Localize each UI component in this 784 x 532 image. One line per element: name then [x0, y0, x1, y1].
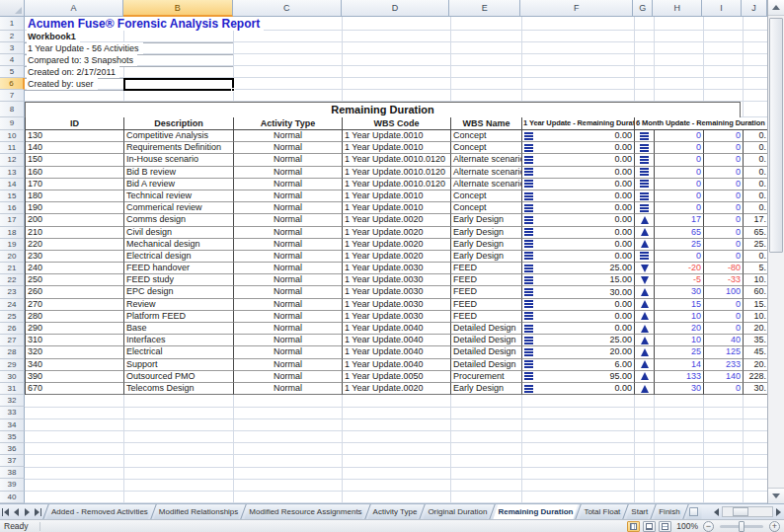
six-month-trend-cell[interactable]: [635, 251, 655, 263]
six-month-value3-cell[interactable]: 10.: [744, 311, 767, 323]
six-month-trend-cell[interactable]: [635, 286, 655, 298]
wbs-name-cell[interactable]: Early Design: [451, 239, 522, 251]
wbs-name-cell[interactable]: Concept: [451, 190, 522, 202]
row-header-22[interactable]: 22: [0, 274, 25, 286]
row-header-12[interactable]: 12: [0, 154, 25, 166]
six-month-trend-cell[interactable]: [635, 323, 655, 335]
six-month-value3-cell[interactable]: 35.: [744, 335, 767, 346]
activity-type-cell[interactable]: Normal: [234, 179, 343, 190]
six-month-value3-cell[interactable]: 10.: [744, 274, 767, 286]
six-month-trend-cell[interactable]: [635, 179, 655, 190]
row-header-6[interactable]: 6: [0, 78, 25, 90]
description-cell[interactable]: FEED study: [124, 274, 234, 286]
six-month-value1-cell[interactable]: 14: [655, 359, 704, 371]
column-header-F[interactable]: F: [520, 0, 633, 17]
six-month-trend-cell[interactable]: [635, 274, 655, 286]
wbs-code-cell[interactable]: 1 Year Update.0010: [343, 202, 451, 214]
six-month-value2-cell[interactable]: 140: [704, 371, 744, 383]
row-header-3[interactable]: 3: [0, 42, 25, 54]
id-cell[interactable]: 390: [26, 371, 124, 383]
six-month-trend-cell[interactable]: [635, 142, 655, 154]
six-month-value3-cell[interactable]: 25.: [744, 239, 767, 251]
id-cell[interactable]: 180: [26, 190, 124, 202]
wbs-name-cell[interactable]: Alternate scenario: [451, 154, 522, 166]
six-month-trend-cell[interactable]: [635, 167, 655, 179]
year-update-cell[interactable]: 20.00: [522, 346, 635, 358]
wbs-code-cell[interactable]: 1 Year Update.0050: [343, 371, 451, 383]
six-month-value2-cell[interactable]: 100: [704, 286, 744, 298]
wbs-code-cell[interactable]: 1 Year Update.0040: [343, 359, 451, 371]
year-update-cell[interactable]: 0.00: [522, 227, 635, 239]
activity-type-cell[interactable]: Normal: [234, 167, 343, 179]
description-cell[interactable]: Mechanical design: [124, 239, 234, 251]
sheet-tab-original-duration[interactable]: Original Duration: [423, 504, 492, 519]
sheet-tab-activity-type[interactable]: Activity Type: [368, 504, 423, 519]
six-month-value2-cell[interactable]: 0: [704, 383, 744, 395]
six-month-value3-cell[interactable]: 5.: [744, 263, 767, 274]
row-header-32[interactable]: 32: [0, 395, 25, 407]
row-header-18[interactable]: 18: [0, 227, 25, 239]
six-month-value3-cell[interactable]: 0.: [744, 179, 767, 190]
six-month-trend-cell[interactable]: [635, 190, 655, 202]
wbs-code-cell[interactable]: 1 Year Update.0010: [343, 190, 451, 202]
id-cell[interactable]: 250: [26, 274, 124, 286]
page-layout-view-button[interactable]: [643, 521, 656, 532]
activity-type-cell[interactable]: Normal: [234, 263, 343, 274]
activity-type-cell[interactable]: Normal: [234, 335, 343, 346]
description-cell[interactable]: Requirements Definition: [124, 142, 234, 154]
six-month-value2-cell[interactable]: 40: [704, 335, 744, 346]
year-update-cell[interactable]: 0.00: [522, 167, 635, 179]
six-month-value1-cell[interactable]: 25: [655, 346, 704, 358]
id-cell[interactable]: 130: [26, 130, 124, 142]
six-month-value3-cell[interactable]: 0.: [744, 130, 767, 142]
column-header-A[interactable]: A: [25, 0, 123, 17]
year-update-cell[interactable]: 25.00: [522, 263, 635, 274]
row-header-13[interactable]: 13: [0, 167, 25, 179]
description-cell[interactable]: Civil design: [124, 227, 234, 239]
wbs-name-cell[interactable]: Alternate scenario: [451, 179, 522, 190]
six-month-value3-cell[interactable]: 228.: [744, 371, 767, 383]
activity-type-cell[interactable]: Normal: [234, 371, 343, 383]
wbs-code-cell[interactable]: 1 Year Update.0040: [343, 323, 451, 335]
year-update-cell[interactable]: 0.00: [522, 323, 635, 335]
activity-type-cell[interactable]: Normal: [234, 299, 343, 311]
row-header-5[interactable]: 5: [0, 66, 25, 78]
row-header-25[interactable]: 25: [0, 311, 25, 323]
wbs-name-cell[interactable]: FEED: [451, 286, 522, 298]
sheet-tab-added-removed-activities[interactable]: Added - Removed Activities: [46, 504, 153, 519]
six-month-value3-cell[interactable]: 0.: [744, 251, 767, 263]
description-cell[interactable]: In-House scenario: [124, 154, 234, 166]
year-update-cell[interactable]: 30.00: [522, 286, 635, 298]
six-month-value3-cell[interactable]: 0.: [744, 202, 767, 214]
row-header-34[interactable]: 34: [0, 419, 25, 431]
id-cell[interactable]: 140: [26, 142, 124, 154]
row-header-30[interactable]: 30: [0, 371, 25, 383]
sheet-tab-start[interactable]: Start: [626, 504, 653, 519]
wbs-code-cell[interactable]: 1 Year Update.0030: [343, 299, 451, 311]
row-header-23[interactable]: 23: [0, 286, 25, 298]
six-month-trend-cell[interactable]: [635, 371, 655, 383]
wbs-name-cell[interactable]: Concept: [451, 202, 522, 214]
wbs-code-cell[interactable]: 1 Year Update.0030: [343, 263, 451, 274]
sheet-tab-modified-relationships[interactable]: Modified Relationships: [154, 504, 244, 519]
activity-type-cell[interactable]: Normal: [234, 311, 343, 323]
six-month-trend-cell[interactable]: [635, 202, 655, 214]
row-header-7[interactable]: 7: [0, 90, 25, 102]
row-header-20[interactable]: 20: [0, 251, 25, 263]
six-month-value1-cell[interactable]: 10: [655, 311, 704, 323]
six-month-value1-cell[interactable]: 25: [655, 239, 704, 251]
year-update-cell[interactable]: 0.00: [522, 251, 635, 263]
description-cell[interactable]: Competitive Analysis: [124, 130, 234, 142]
six-month-trend-cell[interactable]: [635, 263, 655, 274]
row-header-38[interactable]: 38: [0, 467, 25, 479]
description-cell[interactable]: Base: [124, 323, 234, 335]
column-header-H[interactable]: H: [653, 0, 702, 17]
row-header-24[interactable]: 24: [0, 299, 25, 311]
description-cell[interactable]: FEED handover: [124, 263, 234, 274]
zoom-out-button[interactable]: −: [703, 521, 714, 532]
six-month-value3-cell[interactable]: 0.: [744, 142, 767, 154]
six-month-value3-cell[interactable]: 0.: [744, 167, 767, 179]
description-cell[interactable]: Review: [124, 299, 234, 311]
row-header-11[interactable]: 11: [0, 142, 25, 154]
six-month-value1-cell[interactable]: 30: [655, 383, 704, 395]
